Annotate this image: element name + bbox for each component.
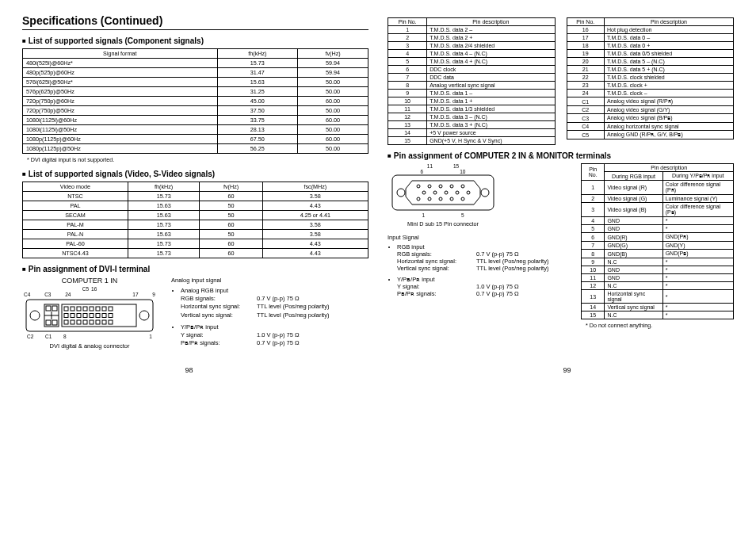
svg-point-44 (433, 191, 437, 194)
svg-point-2 (139, 311, 149, 320)
table-video: Video mode fh(kHz) fv(Hz) fsc(MHz) NTSC1… (22, 182, 368, 258)
svg-point-46 (456, 191, 459, 194)
section-comp2: ■Pin assignment of COMPUTER 2 IN & MONIT… (388, 151, 734, 160)
svg-rect-26 (109, 314, 113, 318)
page-num-left: 98 (185, 366, 193, 374)
svg-point-39 (428, 185, 431, 188)
dvi-input-desc: Analog input signal Analog RGB input RGB… (171, 277, 368, 352)
svg-rect-28 (71, 320, 74, 324)
svg-rect-12 (71, 307, 74, 311)
svg-rect-11 (64, 307, 68, 311)
dsub15-diagram: 1115 610 15 Mini D sub 15 Pin connector (388, 163, 498, 227)
page-title: Specifications (Continued) (22, 14, 368, 30)
svg-point-45 (445, 191, 448, 194)
section-dvi: ■Pin assignment of DVI-I terminal (22, 265, 368, 273)
svg-rect-25 (102, 314, 106, 318)
svg-point-1 (30, 311, 40, 320)
svg-rect-24 (96, 314, 100, 318)
svg-rect-33 (102, 320, 106, 324)
svg-point-37 (481, 189, 489, 197)
svg-rect-19 (64, 314, 68, 318)
table-dsub15-pins: Pin No.Pin description During RGB inputD… (581, 163, 734, 319)
svg-rect-13 (77, 307, 81, 311)
svg-rect-14 (83, 307, 87, 311)
svg-rect-34 (109, 320, 113, 324)
svg-rect-31 (90, 320, 94, 324)
page-num-right: 99 (563, 366, 571, 374)
svg-rect-22 (83, 314, 87, 318)
note-dvi: * DVI digital input is not supported. (27, 156, 368, 163)
svg-rect-21 (77, 314, 81, 318)
section-component: ■List of supported signals (Component si… (22, 36, 368, 45)
svg-point-40 (439, 185, 442, 188)
svg-rect-29 (77, 320, 81, 324)
svg-point-41 (450, 185, 453, 188)
svg-rect-16 (96, 307, 100, 311)
svg-rect-17 (102, 307, 106, 311)
svg-point-36 (397, 189, 405, 197)
svg-rect-10 (62, 304, 136, 327)
svg-point-43 (422, 191, 426, 194)
svg-rect-15 (90, 307, 94, 311)
svg-point-49 (428, 197, 431, 201)
svg-point-52 (461, 197, 464, 201)
svg-rect-18 (109, 307, 113, 311)
svg-rect-27 (64, 320, 68, 324)
svg-point-50 (439, 197, 442, 201)
svg-point-42 (461, 185, 464, 188)
table-component: Signal format fh(kHz) fv(Hz) 480i(525i)@… (22, 48, 368, 154)
table-dvi-pins-b: Pin No.Pin description 16Hot plug detect… (567, 17, 735, 139)
svg-rect-6 (46, 320, 51, 325)
svg-point-48 (417, 197, 420, 201)
svg-rect-7 (52, 320, 57, 325)
svg-point-38 (417, 185, 420, 188)
table-dvi-pins-a: Pin No.Pin description 1T.M.D.S. data 2 … (388, 17, 556, 145)
input-signal-desc: Input Signal RGB input RGB signals:0.7 V… (388, 234, 570, 297)
svg-rect-30 (83, 320, 87, 324)
svg-rect-32 (96, 320, 100, 324)
svg-rect-23 (90, 314, 94, 318)
svg-rect-5 (52, 306, 57, 311)
svg-rect-20 (71, 314, 74, 318)
svg-point-51 (450, 197, 453, 201)
svg-point-47 (467, 191, 470, 194)
svg-rect-4 (46, 306, 51, 311)
dvi-diagram: COMPUTER 1 IN C516 C4C324179 C2C181 DVI … (22, 277, 157, 352)
section-video: ■List of supported signals (Video, S-Vid… (22, 170, 368, 178)
